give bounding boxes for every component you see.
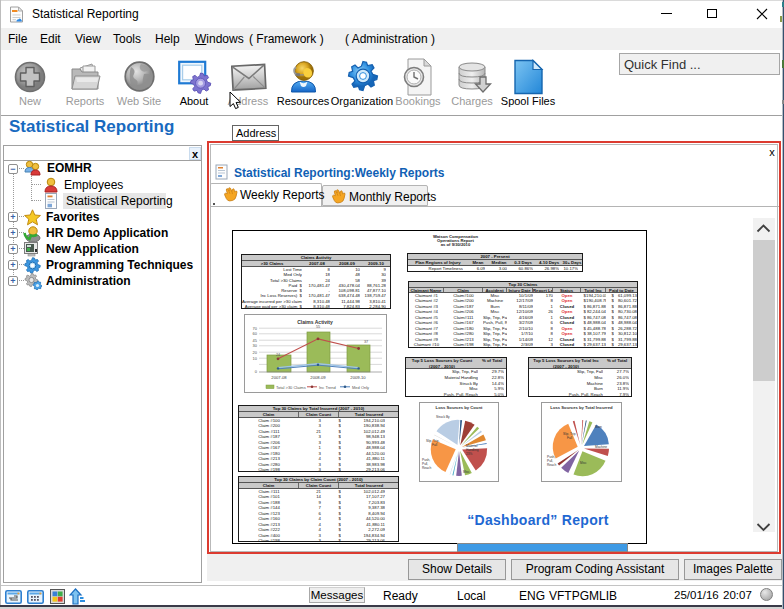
svg-text:45: 45: [253, 338, 258, 343]
svg-text:Misc: Misc: [463, 470, 470, 474]
svg-text:70: 70: [253, 326, 258, 331]
svg-text:Machine: Machine: [595, 445, 607, 449]
svg-text:Burn: Burn: [595, 425, 602, 429]
svg-text:Inc Trend: Inc Trend: [319, 385, 336, 390]
svg-text:2009-10: 2009-10: [350, 375, 366, 380]
svg-text:55: 55: [316, 325, 320, 329]
svg-text:Med Only: Med Only: [352, 385, 369, 390]
svg-text:Reach: Reach: [547, 463, 556, 467]
svg-text:60: 60: [253, 331, 258, 336]
svg-text:23%: 23%: [466, 452, 473, 456]
svg-text:20: 20: [253, 350, 258, 355]
svg-text:Reach: Reach: [422, 466, 431, 470]
svg-text:37: 37: [364, 340, 368, 344]
svg-text:Misc: Misc: [580, 461, 587, 465]
svg-text:Total >30 Claims: Total >30 Claims: [276, 385, 306, 390]
svg-text:10: 10: [253, 356, 258, 361]
svg-text:Fall: Fall: [567, 436, 572, 440]
svg-text:Struck By: Struck By: [436, 415, 450, 419]
svg-text:30: 30: [253, 343, 258, 348]
svg-text:2007-08: 2007-08: [271, 375, 287, 380]
svg-text:24: 24: [276, 353, 280, 357]
svg-text:2008-09: 2008-09: [310, 375, 326, 380]
svg-text:Fall: Fall: [432, 443, 437, 447]
